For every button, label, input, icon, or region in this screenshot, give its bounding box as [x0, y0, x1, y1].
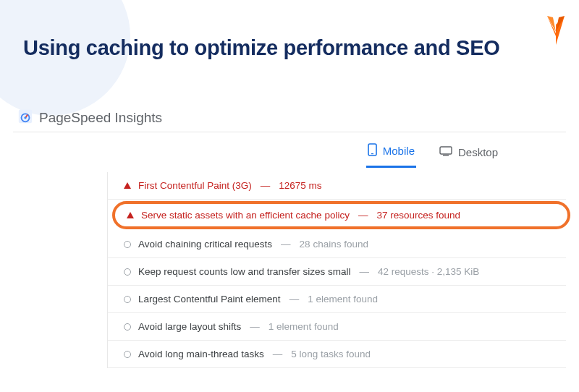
dash: —	[281, 239, 291, 250]
tab-desktop[interactable]: Desktop	[438, 139, 499, 168]
pagespeed-icon	[17, 108, 33, 127]
divider	[13, 132, 566, 132]
pagespeed-name: PageSpeed Insights	[39, 110, 162, 126]
audit-detail: 12675 ms	[279, 180, 321, 191]
audit-row[interactable]: Avoid long main-thread tasks — 5 long ta…	[108, 341, 566, 368]
dash: —	[290, 294, 300, 304]
warning-triangle-icon	[127, 212, 134, 218]
mobile-icon	[368, 143, 377, 158]
tab-desktop-label: Desktop	[458, 146, 498, 158]
audit-detail: 5 long tasks found	[291, 349, 371, 359]
info-circle-icon	[124, 351, 131, 358]
audit-detail: 1 element found	[269, 321, 339, 332]
audit-row-highlighted[interactable]: Serve static assets with an efficient ca…	[112, 201, 570, 229]
dash: —	[359, 266, 369, 277]
svg-rect-6	[443, 155, 449, 155]
page-title: Using caching to optimize performance an…	[23, 36, 528, 60]
wp-rocket-logo	[546, 14, 566, 49]
audit-detail: 37 resources found	[376, 210, 460, 221]
info-circle-icon	[124, 296, 131, 303]
dash: —	[261, 180, 271, 191]
audit-title: Keep request counts low and transfer siz…	[138, 266, 350, 277]
svg-point-2	[24, 116, 26, 119]
warning-triangle-icon	[124, 182, 131, 189]
audit-title: Avoid large layout shifts	[138, 321, 241, 332]
svg-rect-4	[371, 153, 373, 154]
dash: —	[250, 321, 260, 332]
audit-list: First Contentful Paint (3G) — 12675 ms S…	[107, 172, 566, 368]
audit-title: Serve static assets with an efficient ca…	[141, 210, 350, 221]
audit-title: Avoid chaining critical requests	[138, 239, 272, 250]
svg-rect-5	[440, 147, 452, 154]
tab-mobile-label: Mobile	[383, 145, 415, 157]
audit-title: Avoid long main-thread tasks	[138, 349, 264, 359]
tab-mobile[interactable]: Mobile	[366, 139, 416, 168]
audit-title: First Contentful Paint (3G)	[138, 180, 252, 191]
audit-row[interactable]: Avoid chaining critical requests — 28 ch…	[108, 231, 566, 258]
audit-detail: 28 chains found	[300, 239, 368, 250]
info-circle-icon	[124, 323, 131, 331]
dash: —	[358, 210, 368, 221]
audit-row[interactable]: Keep request counts low and transfer siz…	[108, 258, 566, 286]
audit-row[interactable]: Avoid large layout shifts — 1 element fo…	[108, 313, 566, 341]
dash: —	[273, 349, 283, 359]
audit-detail: 1 element found	[308, 294, 378, 304]
audit-row[interactable]: Largest Contentful Paint element — 1 ele…	[108, 286, 566, 313]
desktop-icon	[439, 146, 452, 158]
device-tabs: Mobile Desktop	[0, 139, 579, 168]
audit-detail: 42 requests · 2,135 KiB	[378, 266, 479, 277]
audit-row[interactable]: First Contentful Paint (3G) — 12675 ms	[108, 172, 566, 200]
pagespeed-header: PageSpeed Insights	[17, 108, 162, 127]
info-circle-icon	[124, 268, 131, 276]
audit-title: Largest Contentful Paint element	[138, 294, 281, 304]
info-circle-icon	[124, 241, 131, 248]
